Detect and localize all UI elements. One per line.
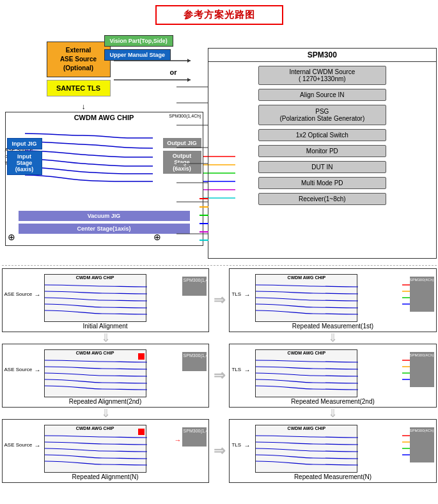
- right-arrow-3: ⇒: [214, 443, 225, 459]
- align-source-box: Align Source IN: [258, 89, 386, 101]
- receiver-box: Receiver(1~8ch): [258, 193, 386, 205]
- ra2-chip: CWDM AWG CHIP: [44, 349, 146, 397]
- rmn-source-label: TLS: [231, 442, 241, 448]
- monitor-pd-text: Monitor PD: [306, 148, 338, 155]
- vision-part-box: Vision Part(Top,Side): [104, 35, 173, 47]
- repeated-align-n-box: ASE Source → CWDM AWG CHIP SPM300(1,4Ch)…: [2, 419, 209, 483]
- ran-title: Repeated Alignment(N): [3, 473, 208, 480]
- multimode-pd-text: Multi Mode PD: [301, 179, 343, 187]
- rm1-wg-svg: [256, 280, 358, 319]
- rmn-spm-box: SPM300(4Ch): [410, 427, 434, 462]
- down-arrow-row-2: ⇓ ⇓: [2, 410, 437, 416]
- repeated-measure-2-box: TLS → CWDM AWG CHIP SPM300(4Ch) Repea: [229, 344, 436, 408]
- rmn-chip-title: CWDM AWG CHIP: [256, 425, 357, 431]
- internal-cwdm-text: Internal CWDM Source( 1270+1330nm): [289, 68, 355, 82]
- rm2-fiber-svg: [402, 357, 410, 386]
- optical-switch-box: 1x2 Optical Switch: [258, 129, 386, 141]
- ra2-red-square: [138, 353, 145, 360]
- dut-in-text: DUT IN: [311, 164, 332, 171]
- down-arrow-right-1: ⇓: [328, 331, 338, 345]
- vacuum-jig-label: Vacuum JIG: [19, 211, 190, 221]
- rmn-chip: CWDM AWG CHIP: [255, 425, 357, 473]
- ia-title: Initial Alignment: [3, 323, 208, 330]
- svg-marker-7: [187, 59, 191, 63]
- ia-chip-title: CWDM AWG CHIP: [45, 275, 146, 280]
- divider: [2, 265, 437, 266]
- rm1-chip: CWDM AWG CHIP: [255, 274, 357, 322]
- fiber-in-spm-svg: [199, 195, 208, 259]
- repeated-measure-1-box: TLS → CWDM AWG CHIP SPM300(4Ch): [229, 268, 436, 332]
- process-row-3: ASE Source → CWDM AWG CHIP SPM300(1,4Ch)…: [2, 419, 437, 483]
- initial-alignment-box: ASE Source → CWDM AWG CHIP SPM300(1,4Ch)…: [2, 268, 209, 332]
- optical-switch-text: 1x2 Optical Switch: [296, 132, 348, 139]
- rm2-source-label: TLS: [231, 367, 241, 372]
- repeated-measure-n-box: TLS → CWDM AWG CHIP SPM300(4Ch) Repea: [229, 419, 436, 483]
- spm300-panel: SPM300 Internal CWDM Source( 1270+1330nm…: [208, 48, 436, 259]
- ra2-wg-svg: [45, 355, 147, 395]
- cwdm-chip-box: CWDM AWG CHIP SPM300(1,4Ch) Input JIG In…: [5, 112, 203, 246]
- align-source-text: Align Source IN: [300, 91, 344, 98]
- ran-source-label: ASE Source: [4, 442, 33, 448]
- left-panel: ExternalASE Source(Optional) SANTEC TLS …: [2, 29, 205, 265]
- rmn-wg-svg: [256, 431, 358, 470]
- ran-chip-title: CWDM AWG CHIP: [45, 425, 146, 431]
- bottom-section: ASE Source → CWDM AWG CHIP SPM300(1,4Ch)…: [2, 268, 437, 483]
- rm1-source-label: TLS: [231, 291, 241, 297]
- rm2-chip: CWDM AWG CHIP: [255, 349, 357, 397]
- receiver-text: Receiver(1~8ch): [299, 195, 346, 202]
- rm2-arrow: →: [244, 367, 250, 374]
- rmn-fiber-svg: [402, 432, 410, 461]
- vision-part-label: Vision Part(Top,Side): [104, 35, 173, 47]
- ran-chip: CWDM AWG CHIP: [44, 425, 146, 473]
- right-arrow-1: ⇒: [214, 292, 225, 309]
- rm1-chip-title: CWDM AWG CHIP: [256, 275, 357, 280]
- ran-spm-box: SPM300(1,4Ch): [182, 427, 207, 447]
- ran-red-square: [138, 429, 145, 435]
- ran-red-arrow: →: [175, 436, 182, 444]
- monitor-pd-box: Monitor PD: [258, 145, 386, 157]
- ia-arrow: →: [35, 291, 41, 298]
- ra2-arrow: →: [35, 367, 41, 374]
- coord-cross-left: ⊕: [8, 232, 15, 242]
- waveguide-svg: [25, 124, 153, 194]
- row-arrow-3: ⇒: [213, 419, 226, 483]
- vert-arrow1: ↓: [82, 102, 86, 111]
- rm2-spm-box: SPM300(4Ch): [410, 352, 434, 387]
- right-arrow-2: ⇒: [214, 367, 225, 384]
- rm1-title: Repeated Measurement(1st): [230, 323, 435, 330]
- rm1-arrow: →: [244, 291, 250, 298]
- page-title: 参考方案光路图: [155, 5, 283, 25]
- spm300-body: Internal CWDM Source( 1270+1330nm) Align…: [208, 62, 435, 209]
- ra2-title: Repeated Alignment(2nd): [3, 398, 208, 405]
- ia-chip: CWDM AWG CHIP: [44, 274, 146, 322]
- internal-cwdm-box: Internal CWDM Source( 1270+1330nm): [258, 66, 386, 85]
- row-arrow-2: ⇒: [213, 344, 226, 408]
- top-diagram: ExternalASE Source(Optional) SANTEC TLS …: [2, 29, 437, 265]
- center-stage-label: Center Stage(1axis): [19, 224, 190, 234]
- down-arrow-row-1: ⇓ ⇓: [2, 335, 437, 341]
- rm2-title: Repeated Measurement(2nd): [230, 398, 435, 405]
- rmn-title: Repeated Measurement(N): [230, 473, 435, 480]
- ia-source-label: ASE Source: [4, 291, 33, 297]
- row-arrow-1: ⇒: [213, 268, 226, 332]
- ia-spm-box: SPM300(1,4Ch): [182, 277, 207, 296]
- spm300-title: SPM300: [208, 49, 435, 62]
- rm1-spm-box: SPM300(4Ch): [410, 277, 434, 312]
- input-jig-label: Input JIG: [7, 138, 42, 149]
- repeated-align-2-box: ASE Source → CWDM AWG CHIP SPM300(1,4Ch)…: [2, 344, 209, 408]
- ran-arrow: →: [35, 442, 41, 449]
- coord-cross-right: ⊕: [153, 232, 161, 242]
- psg-box: PSG(Polarization State Generator): [258, 105, 386, 125]
- santec-tls-box: SANTEC TLS: [47, 80, 111, 96]
- external-ase-box: ExternalASE Source(Optional): [47, 42, 111, 77]
- down-arrow-left-1: ⇓: [101, 331, 111, 345]
- ra2-source-label: ASE Source: [4, 367, 33, 372]
- ra2-chip-title: CWDM AWG CHIP: [45, 350, 146, 355]
- ran-wg-svg: [45, 431, 147, 470]
- psg-text: PSG(Polarization State Generator): [279, 108, 364, 122]
- input-stage-label: Input Stage (6axis): [7, 151, 42, 175]
- rm2-chip-title: CWDM AWG CHIP: [256, 350, 357, 355]
- process-row-1: ASE Source → CWDM AWG CHIP SPM300(1,4Ch)…: [2, 268, 437, 332]
- process-row-2: ASE Source → CWDM AWG CHIP SPM300(1,4Ch)…: [2, 344, 437, 408]
- down-arrow-right-2: ⇓: [328, 406, 338, 420]
